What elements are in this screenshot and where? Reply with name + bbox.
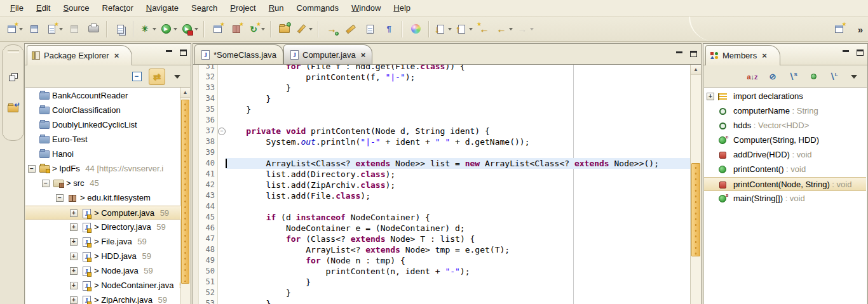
dropdown-arrow-icon[interactable] <box>173 28 177 30</box>
tree-item-doublylinkedcycliclist[interactable]: DoublyLinkedCyclicList <box>25 118 180 132</box>
menu-file[interactable]: File <box>4 0 30 17</box>
save-as-button[interactable] <box>25 20 44 38</box>
hide-fields-button[interactable]: ⊘ <box>764 69 781 85</box>
close-icon[interactable]: × <box>361 50 366 60</box>
expand-expander-icon[interactable]: + <box>70 296 78 304</box>
duplicate-button[interactable] <box>111 20 130 38</box>
minimize-button[interactable] <box>841 48 850 56</box>
synchronize-button[interactable]: ↻★ <box>246 20 267 38</box>
tree-item-nodecontainer.java[interactable]: +J> NodeContainer.java 59 <box>25 279 180 293</box>
tree-item-hanoi[interactable]: Hanoi <box>25 147 180 161</box>
forward-button[interactable]: → <box>515 20 536 38</box>
minimize-button[interactable] <box>675 50 684 57</box>
tree-item-colorclassification[interactable]: ColorClassification <box>25 103 180 117</box>
previous-annotation-button[interactable]: ↑ <box>454 20 475 38</box>
source-doc-button[interactable] <box>360 20 379 38</box>
dropdown-arrow-icon[interactable] <box>530 28 534 30</box>
next-nav-annotation-button[interactable]: → <box>322 20 341 38</box>
menu-navigate[interactable]: Navigate <box>140 0 185 17</box>
dropdown-arrow-icon[interactable] <box>309 28 313 30</box>
dropdown-arrow-icon[interactable] <box>59 28 63 30</box>
tree-item-file.java[interactable]: +J> File.java 59 <box>25 235 180 249</box>
close-icon[interactable]: × <box>114 51 119 60</box>
menu-window[interactable]: Window <box>345 0 387 17</box>
print-button[interactable] <box>84 20 103 38</box>
tree-item-euro-test[interactable]: Euro-Test <box>25 133 180 147</box>
expand-expander-icon[interactable]: + <box>70 267 78 275</box>
fast-view-handle[interactable] <box>8 50 19 53</box>
member-item-hdds[interactable]: hdds : Vector<HDD> <box>704 119 866 133</box>
highlighter-button[interactable] <box>341 20 360 38</box>
tree-item-computer.java[interactable]: +J> Computer.java 59 <box>25 206 180 220</box>
collapse-expander-icon[interactable]: − <box>56 194 64 202</box>
menu-help[interactable]: Help <box>387 0 417 17</box>
code-text-area[interactable]: for (File f : hdd.get(File.class)) { pri… <box>226 65 691 304</box>
menu-search[interactable]: Search <box>185 0 224 17</box>
package-explorer-tab[interactable]: Package Explorer × <box>27 45 132 65</box>
tree-item-src[interactable]: −> src 45 <box>25 176 180 190</box>
dropdown-arrow-icon[interactable] <box>448 28 452 30</box>
marker-pen-button[interactable] <box>294 20 315 38</box>
menu-commands[interactable]: Commands <box>290 0 345 17</box>
dropdown-arrow-icon[interactable] <box>194 28 198 30</box>
open-perspective-button[interactable]: ★ <box>830 20 849 38</box>
expand-expander-icon[interactable]: + <box>70 282 78 289</box>
tree-item-edu.kit.filesystem[interactable]: −> edu.kit.filesystem <box>25 191 180 205</box>
maximize-button[interactable] <box>855 48 864 56</box>
menu-refactor[interactable]: Refactor <box>96 0 140 17</box>
link-with-editor-button[interactable]: ⇄ <box>149 69 165 85</box>
package-explorer-scrollbar[interactable]: ▲ <box>180 88 190 304</box>
scroll-up-arrow-icon[interactable]: ▲ <box>180 88 190 98</box>
open-folder-view-button[interactable]: ↵ <box>6 101 21 116</box>
tree-item-directory.java[interactable]: +J> Directory.java 59 <box>25 220 180 234</box>
member-item-computername[interactable]: computerName : String <box>704 104 866 118</box>
editor-scrollbar[interactable]: ▲ <box>690 65 701 304</box>
scroll-up-arrow-icon[interactable]: ▲ <box>691 65 701 75</box>
member-item-printcontent[interactable]: printContent() : void <box>704 162 866 176</box>
collapse-all-button[interactable]: − <box>128 69 145 85</box>
import-wizard-button[interactable]: ★ <box>208 20 227 38</box>
back-button[interactable]: ← <box>494 20 515 38</box>
tree-item-node.java[interactable]: +J> Node.java 59 <box>25 264 180 278</box>
show-whitespace-button[interactable]: ¶ <box>379 20 398 38</box>
expand-expander-icon[interactable]: + <box>70 238 78 246</box>
toolbar-overflow-chevron[interactable]: » <box>858 24 863 35</box>
grid-wizard-button[interactable]: ★ <box>227 20 246 38</box>
collapse-expander-icon[interactable]: − <box>28 165 36 173</box>
editor-tab-someclass.java[interactable]: J*SomeClass.java <box>194 44 283 65</box>
dropdown-arrow-icon[interactable] <box>19 28 23 30</box>
close-icon[interactable]: × <box>762 51 767 60</box>
maximize-button[interactable] <box>689 50 698 57</box>
maximize-button[interactable] <box>179 48 187 56</box>
external-tools-button[interactable]: ▶ <box>179 20 200 38</box>
save-button[interactable] <box>65 20 84 38</box>
next-annotation-button[interactable]: ↓ <box>433 20 454 38</box>
member-item-printcontent-node-string[interactable]: printContent(Node, String) : void <box>704 177 866 191</box>
view-menu-button[interactable] <box>846 69 862 85</box>
dropdown-arrow-icon[interactable] <box>469 28 473 30</box>
expand-expander-icon[interactable]: + <box>70 253 78 260</box>
fold-collapse-icon[interactable]: − <box>218 128 226 135</box>
tree-item-ipdfs[interactable]: −> IpdFs 44 [https://svnserver.i <box>25 162 180 176</box>
dropdown-arrow-icon[interactable] <box>153 28 156 30</box>
tree-item-ziparchiv.java[interactable]: +J> ZipArchiv.java 59 <box>25 293 180 304</box>
menu-edit[interactable]: Edit <box>30 0 57 17</box>
members-tab[interactable]: Members × <box>705 45 780 65</box>
hide-local-types-button[interactable]: ∖L <box>825 69 842 85</box>
tree-item-bankaccountreader[interactable]: BankAccountReader <box>25 89 180 103</box>
package-explorer-tree[interactable]: ▲ BankAccountReaderColorClassificationDo… <box>25 87 190 304</box>
member-item-computer-string-hdd[interactable]: cComputer(String, HDD) <box>704 133 866 147</box>
minimize-button[interactable] <box>165 48 173 56</box>
restore-view-button[interactable] <box>6 69 21 84</box>
run-button[interactable]: ▶ <box>158 20 179 38</box>
expand-expander-icon[interactable]: + <box>70 209 78 217</box>
expand-expander-icon[interactable]: + <box>70 223 78 231</box>
member-item-adddrive-hdd[interactable]: addDrive(HDD) : void <box>704 148 866 162</box>
last-edit-location-button[interactable]: ←★ <box>475 20 494 38</box>
menu-run[interactable]: Run <box>262 0 290 17</box>
show-public-button[interactable] <box>805 69 822 85</box>
color-palette-button[interactable] <box>406 20 425 38</box>
open-resource-button[interactable] <box>275 20 294 38</box>
new-wizard-button[interactable]: ★ <box>4 20 25 38</box>
code-editor[interactable]: 3132333435363738394041424344454647484950… <box>193 64 701 304</box>
